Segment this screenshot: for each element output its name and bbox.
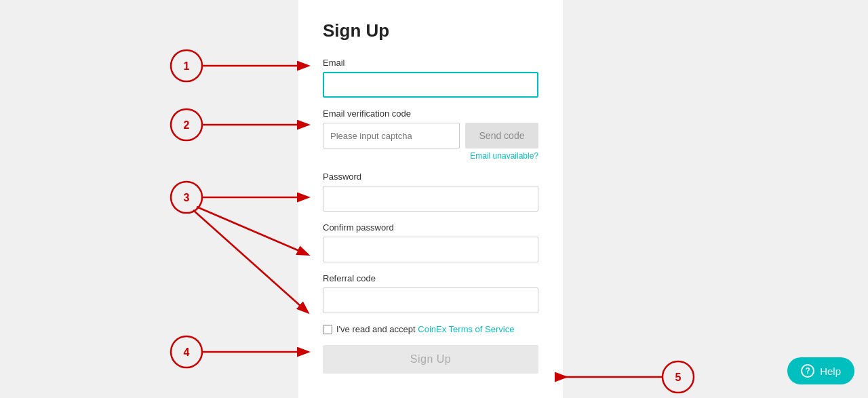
- help-label: Help: [820, 365, 841, 377]
- help-button[interactable]: ? Help: [787, 357, 854, 384]
- svg-line-6: [197, 207, 307, 254]
- help-icon: ?: [801, 364, 814, 378]
- annotation-4: 4: [184, 346, 190, 358]
- svg-line-7: [193, 210, 307, 312]
- page-wrapper: Sign Up Email Email verification code Se…: [0, 0, 868, 398]
- annotation-5: 5: [675, 372, 682, 383]
- annotations-svg: 1 2 3 4 5: [0, 0, 868, 398]
- annotation-3: 3: [184, 192, 190, 203]
- annotation-1: 1: [184, 60, 190, 72]
- annotation-2: 2: [184, 119, 190, 131]
